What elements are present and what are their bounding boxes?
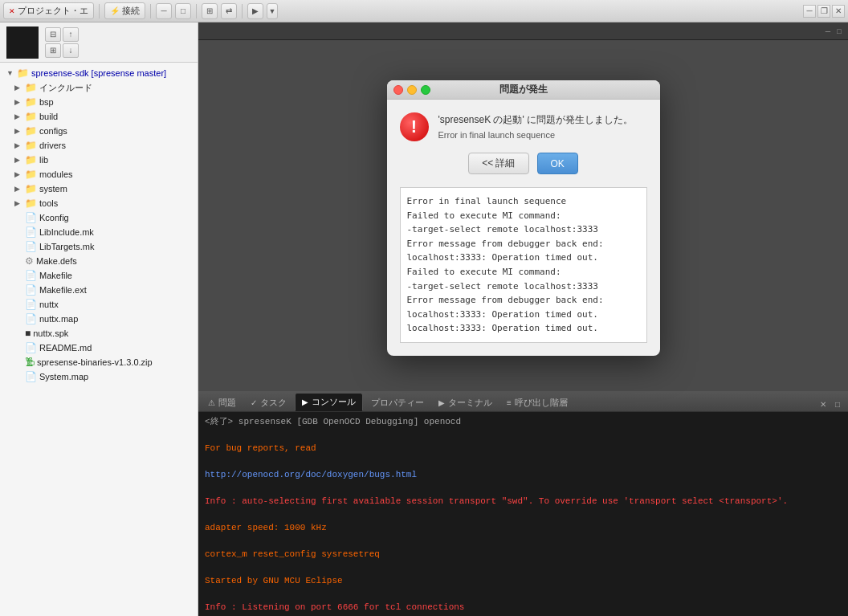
- window-minimize[interactable]: ─: [803, 5, 816, 18]
- tree-label-modules: modules: [39, 169, 73, 179]
- project-button[interactable]: ✕ プロジェクト・エ: [3, 2, 94, 19]
- tree-item-readme[interactable]: ▶ 📄 README.md: [0, 341, 198, 355]
- toggle-root: ▼: [6, 69, 14, 77]
- tree-item-root[interactable]: ▼ 📁 spresense-sdk [spresense master]: [0, 66, 198, 80]
- folder-icon-tools: 📁: [25, 198, 37, 209]
- modal-dialog: 問題が発生 ! 'spresenseK の起動' に問題が発生しました。 Err…: [387, 80, 660, 356]
- traffic-light-min[interactable]: [407, 85, 417, 95]
- console-line: cortex_m reset_config sysresetreq: [205, 548, 842, 561]
- tab-label-プロパティー: プロパティー: [371, 397, 424, 409]
- tree-item-configs[interactable]: ▶ 📁 configs: [0, 124, 198, 138]
- console-tab-タスク[interactable]: ✓タスク: [244, 394, 293, 411]
- toolbar-max-button[interactable]: □: [175, 3, 191, 19]
- tree-item-makefile-ext[interactable]: ▶ 📄 Makefile.ext: [0, 283, 198, 297]
- tree-label-include: インクルード: [39, 82, 92, 94]
- window-restore[interactable]: ❐: [817, 5, 830, 18]
- sidebar-avatar: [6, 27, 39, 59]
- console-tab-問題[interactable]: ⚠問題: [202, 394, 243, 411]
- sidebar-expand-btn[interactable]: ⊞: [45, 43, 61, 58]
- tree-label-kconfig: Kconfig: [39, 213, 69, 222]
- folder-icon-build: 📁: [25, 111, 37, 122]
- tree-label-nuttxmap: nuttx.map: [39, 314, 78, 324]
- toggle-include: ▶: [14, 84, 22, 92]
- console-tab-コンソール[interactable]: ▶コンソール: [295, 393, 363, 411]
- tree-item-makefile[interactable]: ▶ 📄 Makefile: [0, 268, 198, 283]
- connect-icon: ⚡: [110, 6, 120, 15]
- tab-icon-呼び出し階層: ≡: [507, 398, 512, 407]
- console-tab-ターミナル[interactable]: ▶ターミナル: [432, 394, 499, 411]
- toolbar-layout-btn-1[interactable]: ⊞: [202, 3, 218, 19]
- project-tree: ▼ 📁 spresense-sdk [spresense master] ▶ 📁…: [0, 63, 198, 616]
- traffic-light-close[interactable]: [393, 85, 403, 95]
- toolbar-arrow-btn[interactable]: ▶: [247, 3, 263, 19]
- main-layout: ⊟ ⊞ ↑ ↓ ▼ 📁 spresense-sdk [spresense mas…: [0, 22, 848, 616]
- modal-title: 問題が発生: [499, 83, 548, 96]
- tree-item-include[interactable]: ▶ 📁 インクルード: [0, 80, 198, 95]
- tab-actions: ✕□: [816, 397, 845, 411]
- toggle-drivers: ▶: [14, 141, 22, 149]
- tree-item-zip[interactable]: ▶ 🗜 spresense-binaries-v1.3.0.zip: [0, 355, 198, 369]
- tab-label-呼び出し階層: 呼び出し階層: [515, 397, 568, 409]
- sidebar-up-btn[interactable]: ↑: [63, 27, 79, 42]
- traffic-light-max[interactable]: [421, 85, 430, 95]
- console-tab-プロパティー[interactable]: プロパティー: [365, 394, 430, 411]
- connect-button[interactable]: ⚡ 接続: [104, 2, 145, 19]
- console-line: http://openocd.org/doc/doxygen/bugs.html: [205, 468, 842, 482]
- tree-item-makedefs[interactable]: ▶ ⚙ Make.defs: [0, 254, 198, 268]
- tree-label-tools: tools: [39, 198, 58, 208]
- toolbar-separator-4: [242, 4, 243, 18]
- tree-item-nuttxmap[interactable]: ▶ 📄 nuttx.map: [0, 312, 198, 326]
- error-icon-text: !: [411, 116, 417, 137]
- tree-item-tools[interactable]: ▶ 📁 tools: [0, 196, 198, 210]
- folder-icon-lib: 📁: [25, 154, 37, 165]
- tree-item-drivers[interactable]: ▶ 📁 drivers: [0, 138, 198, 153]
- modal-content: ! 'spresenseK の起動' に問題が発生しました。 Error in …: [387, 100, 660, 187]
- console-min-btn[interactable]: □: [830, 397, 845, 411]
- toolbar-min-button[interactable]: ─: [156, 3, 172, 19]
- console-line: Info : Listening on port 6666 for tcl co…: [205, 601, 842, 614]
- tree-label-drivers: drivers: [39, 141, 66, 150]
- tree-item-libinclude[interactable]: ▶ 📄 LibInclude.mk: [0, 225, 198, 239]
- file-icon-makedefs: ⚙: [25, 255, 34, 267]
- debug-area: 問題が発生 ! 'spresenseK の起動' に問題が発生しました。 Err…: [198, 40, 848, 391]
- tab-icon-問題: ⚠: [208, 398, 215, 407]
- tree-item-nuttx[interactable]: ▶ 📄 nuttx: [0, 297, 198, 312]
- tree-item-system[interactable]: ▶ 📁 system: [0, 182, 198, 196]
- tab-label-タスク: タスク: [260, 397, 287, 409]
- tree-label-lib: lib: [39, 155, 48, 165]
- tree-item-bsp[interactable]: ▶ 📁 bsp: [0, 95, 198, 109]
- tree-item-lib[interactable]: ▶ 📁 lib: [0, 153, 198, 167]
- file-icon-kconfig: 📄: [25, 212, 37, 223]
- tree-item-sysmap[interactable]: ▶ 📄 System.map: [0, 369, 198, 384]
- folder-icon-modules: 📁: [25, 169, 37, 180]
- toolbar-dropdown-btn[interactable]: ▼: [267, 3, 278, 19]
- tree-item-libtargets[interactable]: ▶ 📄 LibTargets.mk: [0, 239, 198, 254]
- toggle-tools: ▶: [14, 199, 22, 207]
- tab-label-コンソール: コンソール: [312, 396, 356, 408]
- tree-label-nuttx: nuttx: [39, 300, 59, 309]
- toolbar-layout-btn-2[interactable]: ⇄: [221, 3, 237, 19]
- window-close[interactable]: ✕: [832, 5, 845, 18]
- console-tab-呼び出し階層[interactable]: ≡呼び出し階層: [500, 394, 574, 411]
- sidebar-down-btn[interactable]: ↓: [63, 43, 79, 58]
- toggle-build: ▶: [14, 112, 22, 120]
- file-icon-nuttx: 📄: [25, 299, 37, 310]
- tab-icon-タスク: ✓: [251, 398, 257, 407]
- panel-maximize-btn[interactable]: □: [834, 26, 845, 37]
- file-icon-libtargets: 📄: [25, 241, 37, 252]
- panel-minimize-btn[interactable]: ─: [822, 26, 834, 37]
- tree-item-nuttxspk[interactable]: ▶ ■ nuttx.spk: [0, 326, 198, 341]
- console-close-btn[interactable]: ✕: [816, 397, 830, 411]
- details-button[interactable]: << 詳細: [468, 153, 528, 174]
- tab-icon-ターミナル: ▶: [438, 398, 445, 407]
- sidebar-collapse-btn[interactable]: ⊟: [45, 27, 61, 42]
- tree-item-modules[interactable]: ▶ 📁 modules: [0, 167, 198, 182]
- error-detail-area: Error in final launch sequence Failed to…: [400, 187, 647, 343]
- tree-item-build[interactable]: ▶ 📁 build: [0, 109, 198, 124]
- ok-button[interactable]: OK: [537, 153, 578, 174]
- tree-label-makefile: Makefile: [39, 271, 72, 280]
- toggle-configs: ▶: [14, 127, 22, 135]
- toggle-system: ▶: [14, 185, 22, 193]
- tree-item-kconfig[interactable]: ▶ 📄 Kconfig: [0, 210, 198, 225]
- file-icon-makefile: 📄: [25, 270, 37, 281]
